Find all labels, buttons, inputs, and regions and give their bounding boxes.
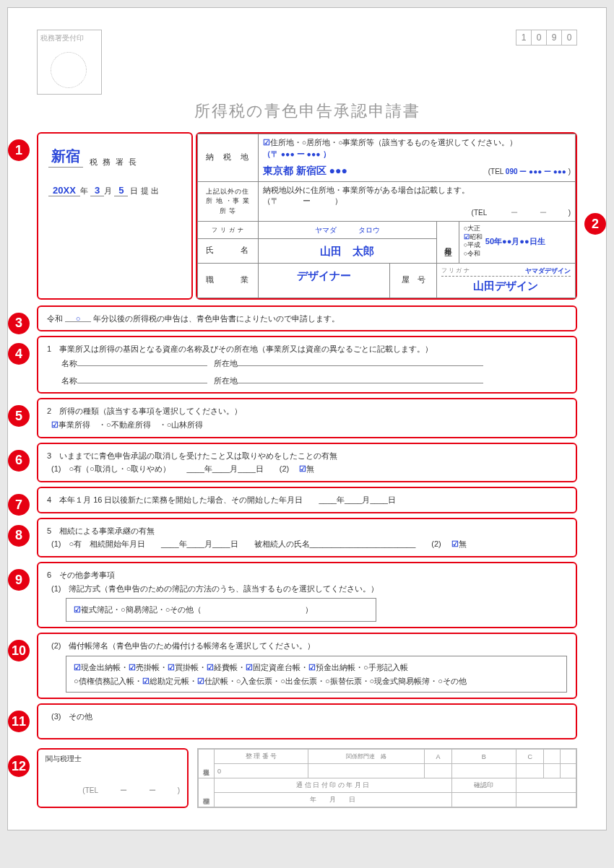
yago-furigana[interactable]: ヤマダデザイン (525, 266, 571, 277)
job[interactable]: デザイナー (263, 268, 386, 285)
tel[interactable]: 090 ー ●●● ー ●●● (506, 168, 566, 175)
badge-9: 9 (8, 569, 30, 591)
reiwa-year[interactable]: ○ (65, 312, 91, 322)
addr-options[interactable]: 住所地・○居所地・○事業所等（該当するものを選択してください。） (270, 138, 518, 147)
badge-12: 12 (8, 755, 30, 777)
yago-label: 屋 号 (390, 263, 436, 298)
income-type-opts[interactable]: 事業所得 ・○不動産所得 ・○山林所得 (59, 420, 203, 429)
s6-row[interactable]: (1) ○有（○取消し・○取りやめ） ____年____月____日 (2) (51, 464, 297, 473)
badge-8: 8 (8, 525, 30, 547)
badge-5: 5 (8, 405, 30, 427)
code-digit: 9 (546, 30, 562, 45)
office-use-box: 税務署 整 理 番 号 関係部門連 絡 A B C 0 整理欄 通 信 日 付 … (197, 748, 577, 808)
check-icon: ☑ (74, 605, 81, 614)
asset-loc-2[interactable] (238, 373, 483, 383)
section-4: 4 1 事業所又は所得の基因となる資産の名称及びその所在地（事業所又は資産の異な… (37, 336, 577, 394)
dob-label: 生年月日 (436, 222, 459, 264)
stamp-label: 税務署受付印 (40, 34, 84, 42)
submit-day[interactable]: 5 (114, 185, 128, 196)
check-icon: ☑ (51, 420, 59, 429)
section-2-box: 2 納 税 地 ☑住所地・○居所地・○事業所等（該当するものを選択してください。… (196, 132, 577, 300)
tax-place-label: 納 税 地 (198, 134, 259, 182)
ledger-options[interactable]: ☑現金出納帳・☑売掛帳・☑買掛帳・☑経費帳・☑固定資産台帳・☑預金出納帳・○手形… (66, 656, 567, 693)
badge-6: 6 (8, 450, 30, 472)
s4-heading: 1 事業所又は所得の基因となる資産の名称及びその所在地（事業所又は資産の異なるご… (47, 342, 567, 356)
section-6: 6 3 いままでに青色申告承認の取消しを受けたこと又は取りやめをしたことの有無 … (37, 443, 577, 482)
check-icon: ☑ (299, 464, 306, 473)
name-furigana[interactable]: ヤマダ タロウ (263, 225, 432, 235)
other-tel[interactable]: ー ー (489, 209, 568, 217)
yago[interactable]: 山田デザイン (441, 278, 571, 295)
furigana-label: フ リ ガ ナ (202, 226, 254, 235)
badge-4: 4 (8, 343, 30, 365)
other-zip[interactable]: （〒 ー ） (263, 196, 342, 205)
section-3: 3 令和 ○ 年分以後の所得税の申告は、青色申告書によりたいので申請します。 (37, 305, 577, 332)
submit-month[interactable]: 3 (90, 185, 104, 196)
accountant-label: 関与税理士 (46, 754, 180, 764)
s9-sub: (1) 簿記方式（青色申告のための簿記の方法のうち、該当するものを選択してくださ… (47, 582, 567, 596)
stamp-circle (51, 52, 87, 88)
accountant-tel[interactable]: (TEL ー ー ) (46, 786, 180, 796)
s11-sub: (3) その他 (47, 710, 567, 724)
serial-number: 0 (215, 764, 308, 778)
name[interactable]: 山田 太郎 (263, 243, 432, 260)
tax-office-name[interactable]: 新宿 (48, 147, 83, 168)
check-icon: ☑ (263, 138, 270, 147)
asset-name-2[interactable] (77, 373, 207, 383)
zip[interactable]: （〒 ●●● ー ●●● ） (263, 149, 331, 158)
badge-3: 3 (8, 313, 30, 334)
tax-office-suffix: 税 務 署 長 (90, 157, 138, 166)
code-digit: 1 (516, 30, 532, 45)
section-1-box: 1 新宿 税 務 署 長 20XX年 3月 5 日 提 出 (37, 132, 193, 300)
s6-heading: 3 いままでに青色申告承認の取消しを受けたこと又は取りやめをしたことの有無 (47, 449, 567, 463)
code-digit: 0 (531, 30, 547, 45)
section-7: 7 4 本年１月 16 日以後新たに業務を開始した場合、その開始した年月日 __… (37, 487, 577, 513)
s8-row[interactable]: (1) ○有 相続開始年月日 ____年____月____日 被相続人の氏名__… (51, 539, 449, 548)
badge-11: 11 (8, 711, 30, 732)
section-8: 8 5 相続による事業承継の有無 (1) ○有 相続開始年月日 ____年___… (37, 518, 577, 557)
badge-2: 2 (584, 213, 606, 235)
section-10: 10 (2) 備付帳簿名（青色申告のため備付ける帳簿名を選択してください。） ☑… (37, 633, 577, 699)
s5-heading: 2 所得の種類（該当する事項を選択してください。） (47, 404, 567, 418)
form-code: 1 0 9 0 (516, 30, 577, 45)
dob[interactable]: 50年●●月●●日生 (485, 235, 545, 248)
receipt-stamp-box: 税務署受付印 (37, 30, 102, 95)
section-11: 11 (3) その他 (37, 703, 577, 739)
page-title: 所得税の青色申告承認申請書 (37, 100, 577, 122)
s10-sub: (2) 備付帳簿名（青色申告のため備付ける帳簿名を選択してください。） (47, 639, 567, 653)
other-addr-note: 納税地以外に住所地・事業所等がある場合は記載します。 (263, 186, 470, 194)
section-5: 5 2 所得の種類（該当する事項を選択してください。） ☑事業所得 ・○不動産所… (37, 398, 577, 438)
submit-year[interactable]: 20XX (48, 185, 80, 196)
other-addr-label: 上記以外の住 所 地 ・事 業 所 等 (198, 181, 259, 222)
section-12: 12 関与税理士 (TEL ー ー ) (37, 748, 189, 808)
form-page: 税務署受付印 1 0 9 0 所得税の青色申告承認申請書 1 新宿 税 務 署 … (7, 7, 607, 830)
address[interactable]: 東京都 新宿区 ●●● (263, 163, 347, 178)
code-digit: 0 (561, 30, 577, 45)
asset-name-1[interactable] (77, 356, 207, 366)
s9-heading: 6 その他参考事項 (47, 568, 567, 582)
s7-heading[interactable]: 4 本年１月 16 日以後新たに業務を開始した場合、その開始した年月日 ____… (47, 493, 567, 507)
bookkeeping-opts[interactable]: 複式簿記・○簡易簿記・○その他（ ） (81, 605, 313, 614)
badge-7: 7 (8, 494, 30, 516)
badge-10: 10 (8, 640, 30, 661)
s8-heading: 5 相続による事業承継の有無 (47, 524, 567, 538)
section-9: 9 6 その他参考事項 (1) 簿記方式（青色申告のための簿記の方法のうち、該当… (37, 562, 577, 628)
job-label: 職 業 (198, 263, 259, 298)
era-options[interactable]: ○大正 ☑昭和 ○平成 ○令和 (464, 225, 483, 259)
name-label: 氏 名 (198, 239, 259, 264)
check-icon: ☑ (451, 539, 459, 548)
badge-1: 1 (8, 139, 30, 161)
asset-loc-1[interactable] (238, 356, 483, 366)
submit-suffix: 日 提 出 (130, 186, 158, 195)
